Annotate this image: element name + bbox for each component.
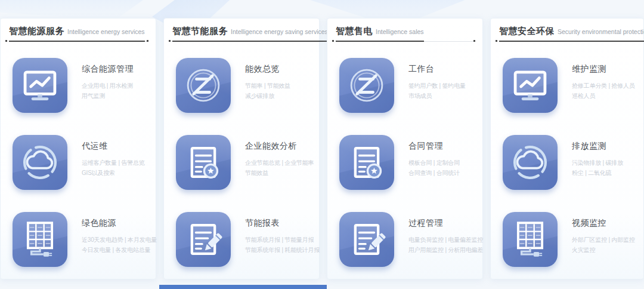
background-wedge-decoration [0,0,143,20]
column-energy-services: 智慧能源服务 Intelligence energy services 综合能源… [0,18,156,279]
column-energy-saving-services: 智慧节能服务 Intelligence energy saving servic… [163,18,320,279]
service-item-subtext-line2: 今日发电量 | 各发电站总量 [82,245,156,255]
solar-panel-icon [13,212,67,267]
service-item[interactable]: 综合能源管理 企业用电 | 用水检测 用气监测 [13,58,156,113]
section-subtitle: Intelligence sales [376,28,424,35]
underline-dot-left [5,40,7,42]
service-item-title: 能效总览 [245,64,290,75]
monitor-chart-icon [503,58,558,113]
z-logo-icon [176,58,231,113]
section-header: 智慧能源服务 Intelligence energy services [5,26,148,42]
underline-extension [424,41,473,42]
service-item-subtext-line2: 巡检人员 [572,91,635,101]
service-item-subtext-line1: 抢修工单分类 | 抢修人员 [572,81,635,91]
service-item-subtext-line1: 节能系统月报 | 节能量月报 [245,235,319,245]
service-item[interactable]: 维护监测 抢修工单分类 | 抢修人员 巡检人员 [503,58,643,113]
service-item-subtext-line2: 火灾监控 [572,245,635,255]
underline-dot-left [496,40,497,42]
service-item-title: 视频监控 [572,218,635,229]
service-item[interactable]: 视频监控 外部厂区监控 | 内部监控 火灾监控 [503,212,643,267]
column-safety-environment: 智慧安全环保 Security environmental protection… [490,18,644,279]
column-electricity-sales: 智慧售电 Intelligence sales 工作台 签约用户数 | 签约电量… [327,18,483,279]
service-item-subtext-line2: 合同查询 | 合同统计 [408,168,460,178]
service-item-title: 绿色能源 [82,218,156,229]
underline-dot-right [147,40,148,42]
section-header: 智慧安全环保 Security environmental protection [496,26,636,42]
service-item-title: 企业能效分析 [245,141,314,152]
service-item[interactable]: 代运维 运维客户数量 | 告警总览 GIS以及搜索 [13,135,156,190]
service-item-subtext-line2: 用气监测 [82,91,134,101]
service-item[interactable]: 能效总览 节能率 | 节能效益 减少碳排放 [176,58,319,113]
service-item-subtext-line2: GIS以及搜索 [82,168,145,178]
service-item-subtext-line2: 粉尘 | 二氧化硫 [572,168,623,178]
service-item[interactable]: 绿色能源 近30天发电趋势 | 本月发电量 今日发电量 | 各发电站总量 [13,212,156,267]
service-item[interactable]: 排放监测 污染物排放 | 碳排放 粉尘 | 二氧化硫 [503,135,643,190]
service-item-title: 过程管理 [408,218,482,229]
service-item[interactable]: 企业能效分析 企业节能总览 | 企业节能率 节能效益 [176,135,319,190]
document-pencil-icon [176,212,231,267]
service-item-subtext-line1: 模板合同 | 定制合同 [408,158,460,168]
service-item-title: 维护监测 [572,64,635,75]
service-item-title: 综合能源管理 [82,64,134,75]
solar-panel-icon [503,212,558,267]
service-item-title: 代运维 [82,141,145,152]
service-item-subtext-line1: 污染物排放 | 碳排放 [572,158,623,168]
section-title: 智慧安全环保 [499,26,555,37]
cloud-ops-icon [13,135,67,190]
document-star-icon [176,135,231,190]
service-item-title: 节能报表 [245,218,319,229]
service-item[interactable]: 工作台 签约用户数 | 签约电量 市场成员 [339,58,482,113]
bottom-blue-bar [159,285,327,289]
service-item-title: 排放监测 [572,141,623,152]
service-item-subtext-line1: 电量负荷监控 | 电量偏差监控 [408,235,482,245]
section-subtitle: Intelligence energy services [67,28,145,35]
document-star-icon [339,135,394,190]
service-item-subtext-line2: 减少碳排放 [245,91,290,101]
service-item-subtext-line2: 节能效益 [245,168,314,178]
service-item-subtext-line1: 外部厂区监控 | 内部监控 [572,235,635,245]
z-logo-icon [339,58,394,113]
section-subtitle: Intelligence energy saving services [231,28,328,35]
service-item-title: 合同管理 [408,141,460,152]
monitor-chart-icon [13,58,67,113]
service-item-subtext-line1: 运维客户数量 | 告警总览 [82,158,145,168]
service-item[interactable]: 合同管理 模板合同 | 定制合同 合同查询 | 合同统计 [339,135,482,190]
service-item-subtext-line1: 节能率 | 节能效益 [245,81,290,91]
document-pencil-icon [339,212,394,267]
service-item-subtext-line1: 签约用户数 | 签约电量 [408,81,466,91]
underline-dot-left [332,40,334,42]
service-item-subtext-line1: 近30天发电趋势 | 本月发电量 [82,235,156,245]
section-title: 智慧售电 [336,26,373,37]
underline-dot-left [169,40,171,42]
service-item-subtext-line2: 用户用能监控 | 分析用电偏差 [408,245,482,255]
section-title: 智慧能源服务 [9,26,64,37]
service-item-subtext-line1: 企业节能总览 | 企业节能率 [245,158,314,168]
section-header: 智慧节能服务 Intelligence energy saving servic… [169,26,312,42]
cloud-ops-icon [503,135,558,190]
section-header: 智慧售电 Intelligence sales [332,26,475,42]
service-item-title: 工作台 [408,64,466,75]
section-title: 智慧节能服务 [172,26,228,37]
service-item-subtext-line2: 市场成员 [408,91,466,101]
section-subtitle: Security environmental protection [558,28,644,35]
underline-dot-right [473,40,475,42]
service-item-subtext-line1: 企业用电 | 用水检测 [82,81,134,91]
service-item[interactable]: 节能报表 节能系统月报 | 节能量月报 节能系统年报 | 耗能统计月报 [176,212,319,267]
service-item[interactable]: 过程管理 电量负荷监控 | 电量偏差监控 用户用能监控 | 分析用电偏差 [339,212,482,267]
service-item-subtext-line2: 节能系统年报 | 耗能统计月报 [245,245,319,255]
